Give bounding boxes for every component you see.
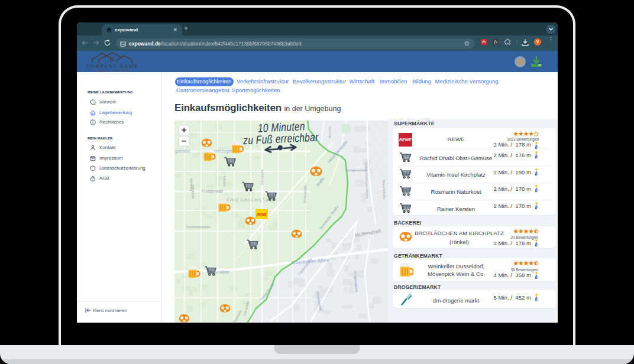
- svg-text:Kirchfeldstraße: Kirchfeldstraße: [186, 225, 211, 229]
- svg-text:Amrumstraße: Amrumstraße: [382, 180, 386, 200]
- svg-text:Jahnstraße: Jahnstraße: [260, 169, 264, 186]
- svg-text:gstraße: gstraße: [175, 148, 190, 154]
- svg-text:Schirme: Schirme: [328, 126, 332, 138]
- svg-text:Talstraße: Talstraße: [189, 178, 193, 191]
- svg-text:Zietenstraße: Zietenstraße: [303, 185, 307, 203]
- svg-text:Slogan Goes Here: Slogan Goes Here: [93, 69, 131, 72]
- svg-text:er Allee: er Allee: [214, 269, 229, 275]
- svg-text:Fürstenwall: Fürstenwall: [202, 189, 223, 193]
- svg-text:REWE: REWE: [257, 213, 267, 216]
- svg-text:nstraße: nstraße: [222, 176, 226, 187]
- svg-text:Herzogstr: Herzogstr: [214, 148, 234, 154]
- svg-text:Bunsenstraße: Bunsenstraße: [345, 168, 368, 172]
